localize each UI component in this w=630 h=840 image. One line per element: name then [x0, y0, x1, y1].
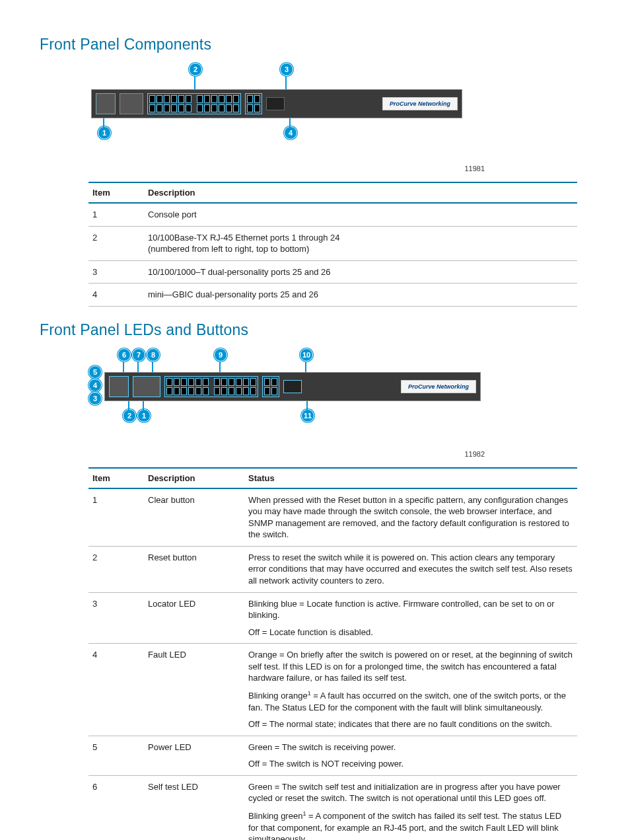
cell-item: 1 [88, 488, 144, 547]
cell-item: 3 [88, 260, 144, 284]
callout-4: 4 [284, 126, 297, 139]
table-row: 210/100Base-TX RJ-45 Ethernet ports 1 th… [88, 226, 577, 260]
leds-table: Item Description Status 1Clear buttonWhe… [88, 467, 577, 840]
callout-2: 2 [123, 409, 136, 422]
callout-3: 3 [280, 63, 293, 76]
callout-8: 8 [147, 348, 160, 362]
cell-description: Locator LED [144, 592, 244, 644]
cell-description: Self test LED [144, 775, 244, 840]
figure-front-panel-leds: 6 7 8 9 10 5 4 3 ProCurve Networking 2 1… [88, 348, 590, 458]
callout-1: 1 [98, 126, 111, 139]
table-row: 3Locator LEDBlinking blue = Locate funct… [88, 592, 577, 644]
callout-5: 5 [88, 365, 102, 379]
callout-4: 4 [88, 379, 102, 392]
table-row: 6Self test LEDGreen = The switch self te… [88, 775, 577, 840]
figure-id: 11981 [88, 165, 485, 172]
cell-status: Green = The switch self test and initial… [244, 775, 577, 840]
cell-description: Clear button [144, 488, 244, 547]
callout-1: 1 [137, 409, 151, 422]
components-table: Item Description 1Console port210/100Bas… [88, 182, 577, 307]
cell-description: 10/100/1000–T dual-personality ports 25 … [144, 260, 577, 284]
section-heading: Front Panel Components [40, 36, 590, 54]
cell-description: 10/100Base-TX RJ-45 Ethernet ports 1 thr… [144, 226, 577, 260]
cell-item: 6 [88, 775, 144, 840]
callout-7: 7 [132, 348, 145, 362]
cell-description: Console port [144, 203, 577, 226]
callout-11: 11 [301, 409, 314, 422]
table-row: 4mini—GBIC dual-personality ports 25 and… [88, 284, 577, 307]
callout-2: 2 [189, 63, 202, 76]
cell-status: Blinking blue = Locate function is activ… [244, 592, 577, 644]
cell-description: mini—GBIC dual-personality ports 25 and … [144, 284, 577, 307]
figure-front-panel-components: 2 3 ProCurve Networking 1 4 11981 [88, 63, 590, 172]
section-heading: Front Panel LEDs and Buttons [40, 321, 590, 339]
table-row: 310/100/1000–T dual-personality ports 25… [88, 260, 577, 284]
figure-id: 11982 [88, 450, 485, 458]
cell-item: 2 [88, 226, 144, 260]
table-row: 2Reset buttonPress to reset the switch w… [88, 546, 577, 592]
brand-label: ProCurve Networking [382, 97, 458, 110]
cell-item: 2 [88, 546, 144, 592]
cell-item: 4 [88, 644, 144, 736]
cell-item: 3 [88, 592, 144, 644]
callout-6: 6 [118, 348, 131, 362]
cell-item: 4 [88, 284, 144, 307]
cell-description: Fault LED [144, 644, 244, 736]
th-item: Item [88, 468, 144, 488]
brand-label: ProCurve Networking [401, 380, 476, 393]
table-row: 1Console port [88, 203, 577, 226]
cell-description: Power LED [144, 736, 244, 775]
cell-item: 1 [88, 203, 144, 226]
callout-10: 10 [300, 348, 313, 362]
callout-3: 3 [88, 392, 102, 405]
th-item: Item [88, 182, 144, 203]
th-description: Description [144, 468, 244, 488]
cell-status: When pressed with the Reset button in a … [244, 488, 577, 547]
table-row: 4Fault LEDOrange = On briefly after the … [88, 644, 577, 736]
table-row: 5Power LEDGreen = The switch is receivin… [88, 736, 577, 775]
cell-description: Reset button [144, 546, 244, 592]
th-description: Description [144, 182, 577, 203]
callout-9: 9 [214, 348, 227, 362]
cell-status: Press to reset the switch while it is po… [244, 546, 577, 592]
cell-item: 5 [88, 736, 144, 775]
cell-status: Orange = On briefly after the switch is … [244, 644, 577, 736]
th-status: Status [244, 468, 577, 488]
table-row: 1Clear buttonWhen pressed with the Reset… [88, 488, 577, 547]
cell-status: Green = The switch is receiving power.Of… [244, 736, 577, 775]
